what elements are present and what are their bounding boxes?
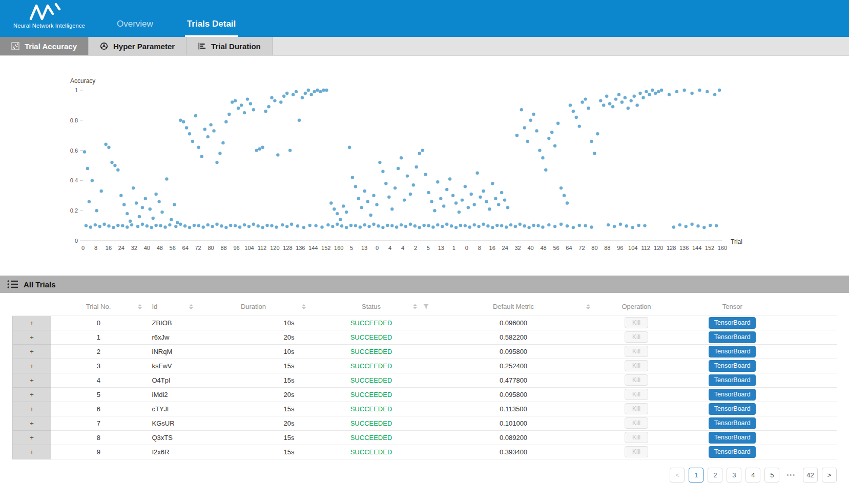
- scatter-point[interactable]: [119, 194, 122, 197]
- scatter-point[interactable]: [412, 183, 415, 186]
- scatter-point[interactable]: [566, 201, 569, 204]
- pagination-page-3[interactable]: 3: [727, 468, 741, 482]
- scatter-point[interactable]: [258, 148, 261, 151]
- scatter-point[interactable]: [494, 197, 497, 200]
- scatter-point[interactable]: [367, 225, 370, 228]
- scatter-point[interactable]: [514, 225, 517, 228]
- scatter-point[interactable]: [112, 226, 115, 229]
- scatter-point[interactable]: [709, 224, 712, 227]
- scatter-point[interactable]: [336, 212, 339, 215]
- scatter-point[interactable]: [320, 225, 323, 228]
- scatter-point[interactable]: [441, 225, 444, 228]
- scatter-point[interactable]: [116, 169, 119, 172]
- pagination-next[interactable]: >: [822, 468, 837, 482]
- scatter-point[interactable]: [354, 185, 357, 188]
- scatter-point[interactable]: [439, 197, 442, 200]
- scatter-point[interactable]: [310, 93, 313, 96]
- scatter-point[interactable]: [654, 92, 657, 95]
- scatter-point[interactable]: [515, 134, 519, 137]
- scatter-point[interactable]: [532, 113, 535, 116]
- scatter-point[interactable]: [102, 223, 106, 226]
- col-id[interactable]: Id: [146, 298, 197, 316]
- scatter-point[interactable]: [657, 90, 660, 93]
- scatter-point[interactable]: [637, 224, 640, 227]
- scatter-point[interactable]: [349, 224, 353, 227]
- scatter-point[interactable]: [209, 123, 212, 126]
- scatter-point[interactable]: [174, 225, 177, 228]
- scatter-point[interactable]: [252, 223, 255, 226]
- scatter-point[interactable]: [212, 129, 215, 132]
- scatter-point[interactable]: [503, 198, 506, 201]
- scatter-point[interactable]: [491, 226, 494, 229]
- scatter-point[interactable]: [556, 122, 560, 125]
- scatter-point[interactable]: [372, 194, 375, 197]
- scatter-point[interactable]: [176, 221, 179, 224]
- expand-row-button[interactable]: +: [13, 330, 51, 344]
- scatter-point[interactable]: [243, 223, 246, 226]
- scatter-point[interactable]: [95, 209, 98, 212]
- scatter-point[interactable]: [227, 113, 231, 116]
- scatter-point[interactable]: [458, 211, 461, 214]
- scatter-point[interactable]: [295, 90, 298, 93]
- scatter-point[interactable]: [605, 95, 608, 98]
- pagination-page-2[interactable]: 2: [708, 468, 722, 482]
- scatter-point[interactable]: [88, 200, 91, 203]
- kill-button[interactable]: Kill: [625, 374, 648, 386]
- scatter-point[interactable]: [506, 206, 509, 209]
- scatter-point[interactable]: [326, 223, 329, 226]
- scatter-point[interactable]: [234, 224, 237, 227]
- scatter-point[interactable]: [643, 224, 646, 227]
- scatter-point[interactable]: [381, 170, 384, 173]
- scatter-point[interactable]: [672, 225, 675, 228]
- scatter-point[interactable]: [86, 167, 89, 170]
- scatter-point[interactable]: [110, 161, 113, 164]
- scatter-point[interactable]: [625, 224, 628, 227]
- scatter-point[interactable]: [482, 190, 485, 193]
- scatter-point[interactable]: [638, 92, 641, 95]
- kill-button[interactable]: Kill: [625, 346, 648, 357]
- scatter-point[interactable]: [450, 224, 453, 227]
- expand-row-button[interactable]: +: [13, 402, 51, 416]
- scatter-point[interactable]: [100, 190, 103, 193]
- expand-row-button[interactable]: +: [13, 359, 51, 373]
- scatter-point[interactable]: [599, 99, 602, 102]
- scatter-point[interactable]: [359, 225, 362, 228]
- scatter-point[interactable]: [706, 90, 709, 93]
- scatter-point[interactable]: [523, 224, 526, 227]
- scatter-point[interactable]: [614, 97, 617, 100]
- scatter-point[interactable]: [339, 218, 342, 221]
- scatter-point[interactable]: [340, 224, 343, 227]
- scatter-point[interactable]: [292, 93, 295, 96]
- scatter-point[interactable]: [394, 186, 397, 190]
- scatter-point[interactable]: [536, 224, 540, 227]
- scatter-point[interactable]: [363, 190, 366, 193]
- scatter-point[interactable]: [304, 92, 307, 95]
- expand-row-button[interactable]: +: [13, 388, 51, 402]
- scatter-point[interactable]: [553, 144, 556, 148]
- scatter-point[interactable]: [390, 224, 394, 227]
- scatter-point[interactable]: [608, 102, 611, 105]
- scatter-point[interactable]: [231, 100, 234, 103]
- scatter-point[interactable]: [400, 223, 403, 226]
- scatter-point[interactable]: [206, 223, 210, 226]
- scatter-point[interactable]: [696, 224, 699, 227]
- scatter-point[interactable]: [206, 135, 210, 138]
- scatter-point[interactable]: [329, 201, 333, 204]
- scatter-point[interactable]: [560, 186, 563, 190]
- scatter-point[interactable]: [173, 203, 176, 206]
- scatter-point[interactable]: [234, 99, 237, 102]
- scatter-point[interactable]: [422, 224, 425, 227]
- scatter-point[interactable]: [107, 146, 110, 149]
- scatter-point[interactable]: [107, 224, 110, 227]
- scatter-point[interactable]: [191, 140, 194, 143]
- tensorboard-button[interactable]: TensorBoard: [709, 346, 756, 358]
- scatter-point[interactable]: [660, 89, 663, 92]
- scatter-point[interactable]: [122, 203, 126, 206]
- kill-button[interactable]: Kill: [625, 432, 648, 443]
- scatter-point[interactable]: [702, 226, 706, 229]
- scatter-point[interactable]: [113, 164, 116, 167]
- scatter-point[interactable]: [500, 191, 503, 194]
- scatter-point[interactable]: [624, 96, 627, 99]
- scatter-point[interactable]: [215, 161, 218, 164]
- scatter-point[interactable]: [451, 194, 454, 197]
